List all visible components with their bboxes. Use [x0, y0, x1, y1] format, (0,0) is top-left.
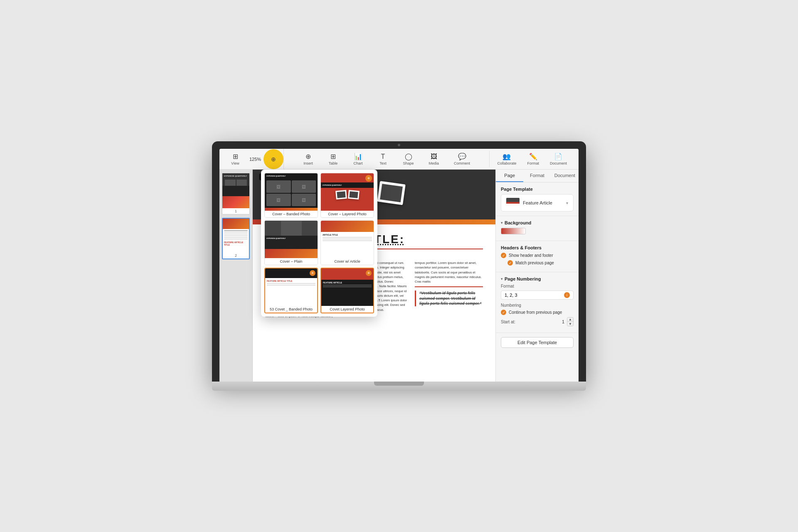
shape-label: Shape [403, 161, 414, 165]
show-header-footer-checkbox[interactable]: ✓ [501, 253, 506, 258]
match-previous-checkbox[interactable]: ✓ [507, 260, 513, 266]
format-input[interactable]: 1, 2, 3 i [501, 291, 574, 300]
template-item-banded[interactable]: HYPERION QUARTERLY 🖼 🖼 🖼 🖼 [264, 173, 318, 218]
headers-header: Headers & Footers [501, 245, 574, 250]
main-content: HYPERION QUARTERLY 1 [219, 170, 579, 382]
chart-button[interactable]: 📊 Chart [350, 151, 367, 167]
col3-text: tempus porttitor. Lorem ipsum dolor sit … [415, 261, 483, 284]
photo-icon-1: 🖼 [276, 185, 281, 189]
thumb2-text: FEATURE ARTICLE TITLE [224, 241, 248, 246]
view-button[interactable]: ⊞ View [227, 151, 244, 167]
page-thumb-2[interactable]: FEATURE ARTICLE TITLE 2 [222, 218, 250, 259]
article-col-3: tempus porttitor. Lorem ipsum dolor sit … [415, 261, 483, 318]
templates-grid: HYPERION QUARTERLY 🖼 🖼 🖼 🖼 [264, 173, 374, 313]
page-num-1: 1 [222, 208, 249, 214]
covet-layered-badge: ⊕ [366, 270, 372, 276]
collaborate-icon: 👥 [502, 153, 511, 160]
format-info-icon: i [564, 292, 570, 298]
image-icon: 🖼 [484, 370, 489, 376]
template-item-article-cover[interactable]: ARTICLE TITLE Cover w/ Article [320, 220, 374, 265]
collaborate-button[interactable]: 👥 Collaborate [494, 151, 520, 167]
thumb1-title: HYPERION QUARTERLY [224, 175, 248, 177]
tab-format[interactable]: Format [523, 170, 551, 182]
format-row: Format [501, 284, 574, 288]
start-at-input: 1 ▲ ▼ [562, 317, 574, 326]
page-template-selector[interactable]: Feature Article ▾ [501, 194, 574, 212]
continue-from-checkbox[interactable]: ✓ [501, 310, 506, 315]
toolbar: ⊞ View 125% + ⊕ [219, 149, 579, 170]
chart-label: Chart [353, 161, 362, 165]
template-item-covet-banded[interactable]: FEATURE ARTICLE TITLE ⊕ 53 Covet _ Bande… [264, 268, 318, 313]
format-button[interactable]: ✏️ Format [524, 151, 542, 167]
template-item-covet-layered[interactable]: FEATURE ARTICLE ⊕ Covet Layered Photo [320, 268, 374, 313]
media-button[interactable]: 🖼 Media [426, 151, 443, 167]
text-button[interactable]: T Text [375, 151, 392, 167]
edit-template-button[interactable]: Edit Page Template [501, 337, 574, 348]
add-page-highlight[interactable]: ⊕ [264, 149, 283, 169]
show-header-footer-row: ✓ Show header and footer [501, 253, 574, 258]
continue-from-row: ✓ Continue from previous page [501, 310, 574, 315]
page-template-section: Page Template Feature Article ▾ [496, 182, 579, 216]
page-numbering-section: ▾ Page Numbering Format 1, 2, 3 i Number… [496, 272, 579, 333]
template-item-plain[interactable]: HYPERION QUARTERLY Cover – Plain [264, 220, 318, 265]
tpl-article-cover-label: Cover w/ Article [321, 258, 374, 265]
slide-inner-2 [380, 184, 403, 202]
match-previous-label: Match previous page [515, 261, 554, 265]
laptop-base [212, 382, 586, 391]
media-corner-icon[interactable]: 🖼 [481, 368, 491, 378]
chart-icon: 📊 [354, 153, 362, 160]
screen: ⊞ View 125% + ⊕ [219, 149, 579, 382]
page-template-thumb [506, 198, 520, 208]
media-icon: 🖼 [431, 153, 437, 160]
photo-icon-4: 🖼 [302, 198, 306, 202]
shape-button[interactable]: ◯ Shape [400, 151, 417, 167]
slide-frame-2 [377, 181, 405, 205]
screen-bezel: ⊞ View 125% + ⊕ [212, 141, 586, 382]
tpl-article-title: ARTICLE TITLE [323, 234, 372, 236]
background-header[interactable]: ▾ Background [501, 220, 574, 225]
insert-button[interactable]: ⊕ Insert [300, 151, 317, 167]
right-panel: Page Format Document Page Template [495, 170, 579, 382]
background-arrow-icon: ▾ [501, 221, 503, 225]
template-item-layered[interactable]: ⊕ HYPERION QUARTERLY [320, 173, 374, 218]
zoom-selector[interactable]: 125% [247, 155, 264, 163]
table-icon: ⊞ [330, 153, 336, 160]
headers-title: Headers & Footers [501, 245, 542, 250]
format-label: Format [527, 161, 539, 165]
add-highlight-icon: ⊕ [271, 156, 276, 163]
background-title: Background [505, 220, 531, 225]
start-at-value: 1 [562, 319, 564, 324]
match-check-icon: ✓ [509, 261, 512, 265]
media-label: Media [429, 161, 439, 165]
checkbox-check-icon: ✓ [502, 254, 505, 258]
comment-button[interactable]: 💬 Comment [451, 151, 473, 167]
laptop: ⊞ View 125% + ⊕ [212, 141, 586, 391]
tpl-plain-label: Cover – Plain [265, 258, 318, 265]
document-icon: 📄 [554, 153, 562, 160]
page-num-2: 2 [223, 253, 249, 259]
layered-badge: ⊕ [365, 175, 372, 182]
page-thumb-1[interactable]: HYPERION QUARTERLY 1 [222, 173, 250, 214]
format-icon: ✏️ [529, 153, 537, 160]
continue-from-label: Continue from previous page [509, 310, 562, 315]
format-label: Format [501, 284, 514, 288]
numbering-header[interactable]: ▾ Page Numbering [501, 276, 574, 281]
stepper-up-button[interactable]: ▲ [567, 318, 573, 322]
table-button[interactable]: ⊞ Table [325, 151, 342, 167]
laptop-notch [374, 382, 424, 386]
photo-icon-2: 🖼 [302, 185, 306, 189]
toolbar-left: ⊞ View 125% + ⊕ [224, 149, 284, 169]
match-previous-row: ✓ Match previous page [501, 260, 574, 266]
tab-page[interactable]: Page [496, 170, 523, 182]
background-color-swatch[interactable] [501, 228, 526, 234]
tab-document[interactable]: Document [551, 170, 579, 182]
insert-icon: ⊕ [305, 153, 311, 160]
show-header-footer-label: Show header and footer [509, 253, 553, 258]
toolbar-right: 👥 Collaborate ✏️ Format 📄 Document [489, 151, 574, 167]
comment-label: Comment [454, 161, 470, 165]
document-button[interactable]: 📄 Document [547, 151, 570, 167]
template-name: Feature Article [523, 200, 563, 205]
stepper-down-button[interactable]: ▼ [567, 322, 573, 326]
document-label: Document [550, 161, 567, 165]
start-at-label: Start at: [501, 320, 515, 324]
